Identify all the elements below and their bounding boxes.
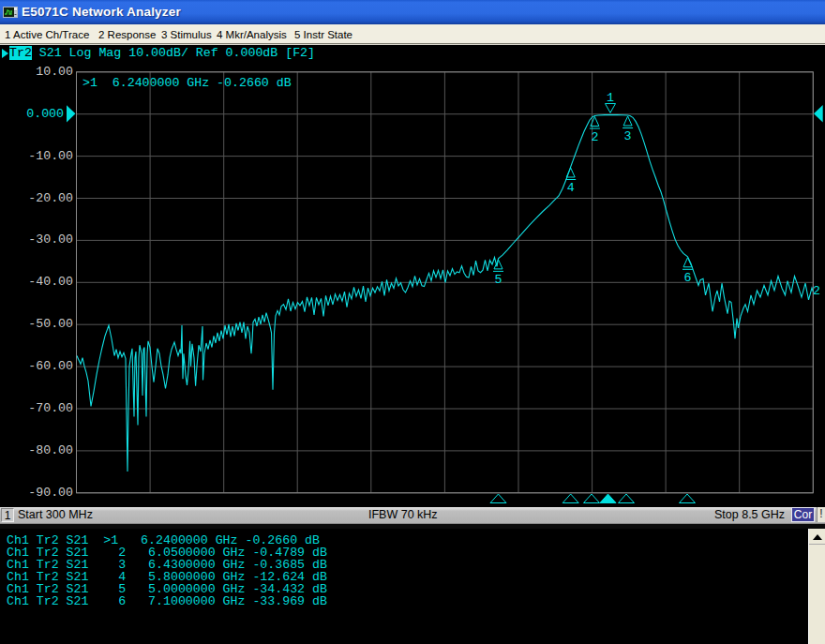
svg-text:2: 2: [591, 130, 598, 144]
svg-text:3: 3: [624, 129, 632, 143]
svg-text:6: 6: [684, 271, 692, 285]
svg-text:1: 1: [607, 91, 614, 105]
svg-text:4: 4: [567, 181, 575, 195]
svg-text:5: 5: [495, 273, 502, 287]
